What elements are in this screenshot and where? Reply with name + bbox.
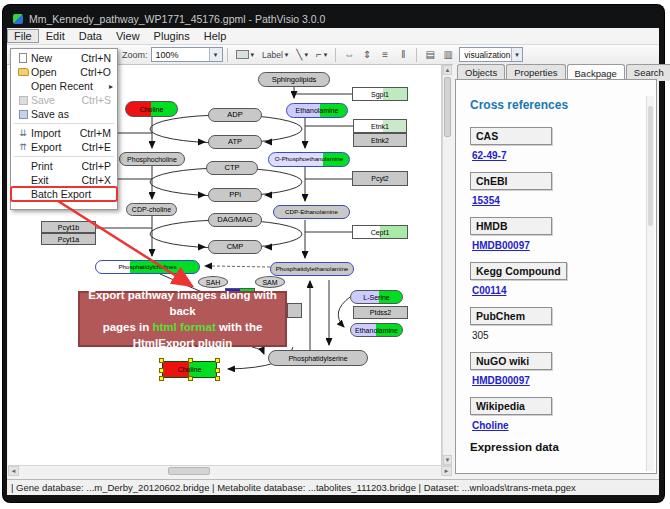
node-ethanolamine[interactable]: Ethanolamine bbox=[286, 103, 348, 118]
stack-horizontal-button[interactable]: ‖ bbox=[394, 47, 412, 63]
menu-view[interactable]: View bbox=[109, 29, 147, 43]
cross-references-heading: Cross references bbox=[470, 98, 656, 112]
node-sphingolipids[interactable]: Sphingolipids bbox=[258, 72, 330, 87]
common-shapes-button[interactable]: ▤ bbox=[421, 47, 439, 63]
status-bar: | Gene database: ...m_Derby_20120602.bri… bbox=[7, 479, 659, 495]
menu-plugins[interactable]: Plugins bbox=[147, 29, 197, 43]
scroll-left-icon[interactable]: ◄ bbox=[8, 466, 19, 476]
node-l-serine[interactable]: L-Serine bbox=[350, 290, 403, 304]
file-menu-popup: New Ctrl+N Open Ctrl+O Open Recent ▸ Sav… bbox=[10, 48, 118, 210]
node-cdp-choline[interactable]: CDP-choline bbox=[126, 203, 177, 216]
node-phosphatidylethanolamine[interactable]: Phosphatidylethanolamine bbox=[270, 262, 354, 276]
xref-header: Wikipedia bbox=[470, 397, 552, 415]
selection-handle[interactable] bbox=[215, 358, 220, 363]
chevron-down-icon[interactable]: ▾ bbox=[209, 48, 222, 61]
node-atp[interactable]: ATP bbox=[208, 135, 262, 149]
selection-handle[interactable] bbox=[159, 358, 164, 363]
stack-vertical-button[interactable]: ≡ bbox=[376, 47, 394, 63]
canvas-vertical-scrollbar[interactable]: ▲ ▼ bbox=[442, 65, 452, 465]
menu-item-import[interactable]: ⇊ Import Ctrl+M bbox=[11, 126, 117, 140]
add-label-button[interactable]: Label ▾ bbox=[258, 47, 292, 63]
menu-item-save[interactable]: Save Ctrl+S bbox=[11, 93, 117, 107]
visualization-combobox[interactable]: visualization ▾ bbox=[459, 47, 523, 62]
gene-node-sgpl1[interactable]: Sgpl1 bbox=[352, 87, 408, 101]
gene-node-pcyt1b[interactable]: Pcyt1b bbox=[41, 221, 96, 233]
title-bar[interactable]: Mm_Kennedy_pathway_WP1771_45176.gpml - P… bbox=[7, 9, 656, 28]
xref-header: HMDB bbox=[470, 217, 552, 235]
node-ppi[interactable]: PPi bbox=[208, 188, 262, 202]
node-phosphatidylserine[interactable]: Phosphatidylserine bbox=[268, 350, 368, 366]
align-horizontal-button[interactable]: ⇔ bbox=[340, 47, 358, 63]
node-o-phosphoethanolamine[interactable]: O-Phosphoethanolamine bbox=[268, 152, 350, 167]
menu-file[interactable]: File bbox=[7, 29, 39, 43]
menu-item-open[interactable]: Open Ctrl+O bbox=[11, 65, 117, 79]
chevron-down-icon: ▾ bbox=[304, 51, 308, 59]
add-connector-button[interactable]: ⌐ ▾ bbox=[312, 47, 331, 63]
node-ctp[interactable]: CTP bbox=[206, 161, 258, 175]
chevron-down-icon: ▾ bbox=[251, 51, 255, 59]
selection-handle[interactable] bbox=[188, 358, 193, 363]
xref-section-pubchem: PubChem 305 bbox=[470, 306, 656, 341]
xref-link[interactable]: C00114 bbox=[472, 285, 656, 296]
zoom-combobox[interactable]: 100% ▾ bbox=[151, 47, 223, 62]
status-text: | Gene database: ...m_Derby_20120602.bri… bbox=[11, 482, 576, 493]
node-label: Choline bbox=[178, 366, 202, 373]
scroll-right-icon[interactable]: ► bbox=[441, 466, 452, 476]
menu-item-export[interactable]: ⇈ Export Ctrl+E bbox=[11, 140, 117, 154]
node-ethanolamine-bottom[interactable]: Ethanolamine bbox=[350, 323, 403, 337]
templates-button[interactable]: ▥ bbox=[439, 47, 457, 63]
menu-edit[interactable]: Edit bbox=[39, 29, 72, 43]
selection-handle[interactable] bbox=[215, 376, 220, 381]
menu-data[interactable]: Data bbox=[72, 29, 109, 43]
menu-item-save-as[interactable]: Save as bbox=[11, 107, 117, 121]
gene-node-cept1[interactable]: Cept1 bbox=[352, 225, 408, 239]
menu-item-open-recent[interactable]: Open Recent ▸ bbox=[11, 79, 117, 93]
node-cdp-ethanolamine[interactable]: CDP-Ethanolamine bbox=[273, 205, 350, 219]
add-line-button[interactable]: ╲ ▾ bbox=[292, 47, 312, 63]
xref-link[interactable]: 15354 bbox=[472, 195, 656, 206]
gene-node-ptdss2[interactable]: Ptdss2 bbox=[353, 306, 408, 319]
menu-item-exit[interactable]: Exit Ctrl+X bbox=[11, 173, 117, 187]
menu-item-print[interactable]: Print Ctrl+P bbox=[11, 159, 117, 173]
gene-node-partially-hidden[interactable] bbox=[287, 303, 302, 318]
save-as-icon bbox=[15, 110, 31, 119]
scrollbar-thumb[interactable] bbox=[444, 77, 451, 137]
scrollbar-thumb[interactable] bbox=[168, 467, 210, 475]
node-choline-selected[interactable]: Choline bbox=[162, 361, 217, 378]
selection-handle[interactable] bbox=[159, 376, 164, 381]
xref-link[interactable]: HMDB00097 bbox=[472, 375, 656, 386]
node-phosphocholine[interactable]: Phosphocholine bbox=[119, 152, 185, 166]
menu-item-batch-export[interactable]: Batch Export bbox=[11, 187, 117, 201]
xref-link[interactable]: 62-49-7 bbox=[472, 150, 656, 161]
scrollbar-thumb[interactable] bbox=[648, 106, 653, 226]
label-button-text: Label bbox=[262, 50, 283, 60]
xref-section-kegg: Kegg Compound C00114 bbox=[470, 261, 656, 296]
node-phosphatidylcholines[interactable]: Phosphatidylcholines bbox=[95, 260, 200, 274]
scroll-down-icon[interactable]: ▼ bbox=[443, 455, 452, 465]
open-folder-icon bbox=[15, 68, 31, 76]
node-cmp[interactable]: CMP bbox=[208, 240, 262, 254]
menu-item-new[interactable]: New Ctrl+N bbox=[11, 51, 117, 65]
node-adp[interactable]: ADP bbox=[208, 108, 262, 122]
gene-node-etnk1[interactable]: Etnk1 bbox=[353, 119, 407, 133]
gene-node-etnk2[interactable]: Etnk2 bbox=[353, 133, 407, 147]
xref-link[interactable]: HMDB00097 bbox=[472, 240, 656, 251]
node-choline[interactable]: Choline bbox=[125, 101, 178, 117]
selection-handle[interactable] bbox=[188, 376, 193, 381]
canvas-horizontal-scrollbar[interactable]: ◄ ► bbox=[8, 465, 452, 476]
chevron-down-icon[interactable]: ▾ bbox=[511, 48, 523, 61]
selection-handle[interactable] bbox=[159, 368, 164, 373]
xref-header: NuGO wiki bbox=[470, 352, 552, 370]
scroll-up-icon[interactable]: ▲ bbox=[443, 65, 452, 75]
gene-node-pcyt2[interactable]: Pcyt2 bbox=[352, 171, 408, 186]
import-icon: ⇊ bbox=[15, 128, 31, 138]
node-dag-mag[interactable]: DAG/MAG bbox=[208, 213, 262, 227]
gene-node-pcyt1a[interactable]: Pcyt1a bbox=[41, 233, 96, 245]
selection-handle[interactable] bbox=[215, 368, 220, 373]
xref-link[interactable]: Choline bbox=[472, 420, 656, 431]
align-vertical-button[interactable]: ⇕ bbox=[358, 47, 376, 63]
add-datanode-button[interactable]: ▾ bbox=[232, 47, 259, 63]
sidebar: Objects Properties Backpage Search Legen… bbox=[453, 64, 659, 476]
menu-help[interactable]: Help bbox=[197, 29, 234, 43]
sidebar-scrollbar[interactable] bbox=[646, 96, 654, 471]
